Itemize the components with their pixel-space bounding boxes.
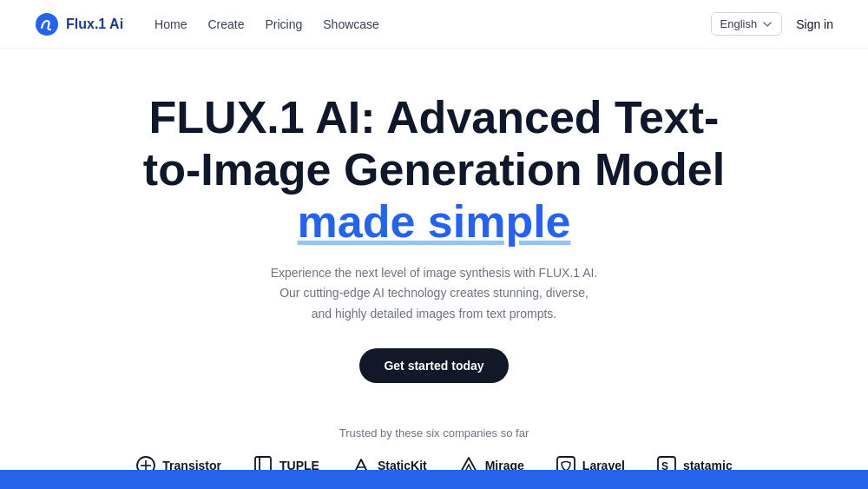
trusted-label: Trusted by these six companies so far — [339, 426, 529, 439]
chevron-down-icon — [762, 19, 773, 30]
nav-home[interactable]: Home — [155, 17, 187, 31]
logo-icon — [35, 12, 59, 36]
navbar: Flux.1 Ai Home Create Pricing Showcase E… — [0, 0, 868, 49]
nav-pricing[interactable]: Pricing — [265, 17, 302, 31]
language-selector[interactable]: English — [711, 12, 783, 36]
trusted-section: Trusted by these six companies so far Tr… — [0, 409, 868, 476]
navbar-right: English Sign in — [711, 12, 833, 36]
navbar-left: Flux.1 Ai Home Create Pricing Showcase — [35, 12, 379, 36]
hero-section: FLUX.1 AI: Advanced Text-to-Image Genera… — [0, 49, 868, 409]
footer-bar — [0, 470, 868, 489]
signin-button[interactable]: Sign in — [796, 17, 833, 31]
hero-title-main: FLUX.1 AI: Advanced Text-to-Image Genera… — [143, 92, 725, 195]
nav-links: Home Create Pricing Showcase — [155, 17, 379, 32]
nav-showcase[interactable]: Showcase — [323, 17, 379, 31]
svg-point-0 — [36, 13, 58, 36]
hero-subtitle: Experience the next level of image synth… — [269, 263, 599, 323]
cta-button[interactable]: Get started today — [359, 348, 508, 383]
logo-link[interactable]: Flux.1 Ai — [35, 12, 123, 36]
logo-text: Flux.1 Ai — [66, 17, 123, 32]
hero-title: FLUX.1 AI: Advanced Text-to-Image Genera… — [130, 92, 738, 248]
lang-label: English — [720, 17, 758, 30]
nav-create[interactable]: Create — [207, 17, 244, 31]
hero-title-highlight: made simple — [297, 196, 570, 247]
